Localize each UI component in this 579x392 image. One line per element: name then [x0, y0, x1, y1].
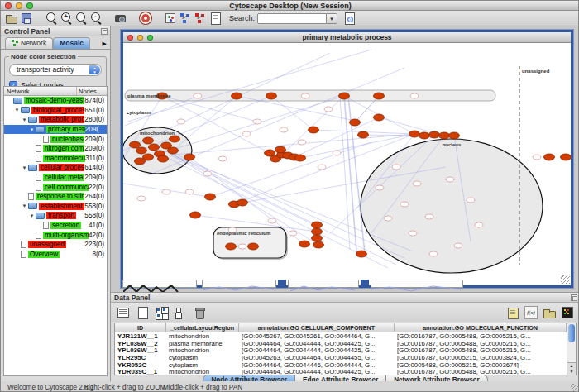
tree-row[interactable]: nucleobase-209(0)	[4, 134, 107, 144]
table-row[interactable]: YLR295Ccytoplasm[GO:0045263, GO:0044464,…	[115, 354, 567, 361]
heatmap-icon[interactable]	[561, 306, 574, 319]
search-options-icon[interactable]	[342, 12, 356, 25]
tree-row[interactable]: nitrogen compo209(0)	[4, 144, 107, 154]
folder-icon	[21, 107, 30, 113]
app-resize-grip[interactable]	[571, 384, 579, 392]
tree-row[interactable]: ▼biological_process651(0)	[4, 106, 107, 116]
network-blue-icon[interactable]	[179, 12, 192, 25]
file-icon	[28, 193, 34, 200]
background-window-fragment	[202, 280, 276, 288]
tree-row[interactable]: macromolecule311(0)	[4, 154, 107, 164]
search-dropdown-arrow[interactable]: ▼	[327, 13, 337, 24]
tree-row[interactable]: secretion41(0)	[4, 221, 107, 231]
search-input[interactable]	[257, 13, 327, 24]
tree-row[interactable]: cell communicat22(0)	[4, 182, 107, 192]
tab-mosaic[interactable]: Mosaic	[53, 37, 90, 49]
file-icon	[36, 145, 41, 152]
tree-row[interactable]: cellular metabo209(0)	[4, 173, 107, 183]
background-window-fragment	[371, 280, 463, 288]
expand-arrow-icon[interactable]: ▼	[21, 117, 28, 122]
table-column-header[interactable]: ID	[115, 323, 166, 332]
tree-node-count: 22(0)	[89, 184, 107, 191]
table-cell: [GO:0005488, GO:0005215, GO:0003674]	[395, 361, 567, 369]
snapshot-camera-icon[interactable]	[114, 12, 127, 25]
table-scrollbar[interactable]: ▲▼	[567, 323, 577, 375]
table-column-header[interactable]: _cellularLayoutRegion	[166, 323, 239, 332]
tree-row[interactable]: multi-organism pro42(0)	[4, 230, 107, 240]
network-canvas[interactable]: plasma membranecytoplasmmitochondrionnuc…	[123, 43, 571, 285]
expand-arrow-icon[interactable]: ▼	[13, 108, 21, 112]
control-panel: Control Panel Network Mosaic ▶ Node colo…	[1, 26, 111, 381]
network-window-titlebar[interactable]: primary metabolic process	[123, 32, 571, 43]
float-panel-icon[interactable]	[101, 28, 108, 35]
scrollbar-thumb[interactable]	[568, 324, 575, 342]
table-cell: [GO:0016787, GO:0005215, GO:0003824, G..…	[395, 354, 567, 361]
vizmapper-icon[interactable]	[164, 12, 177, 25]
tree-row[interactable]: ▼metabolic process280(0)	[4, 115, 107, 125]
tree-col-network[interactable]: Network	[4, 87, 77, 95]
status-bar: Welcome to Cytoscape 2.8.1 Right-click +…	[1, 381, 579, 392]
open-folder-icon[interactable]	[543, 306, 556, 319]
title-bar[interactable]: Cytoscape Desktop (New Session)	[1, 1, 579, 11]
svg-text:endoplasmic reticulum: endoplasmic reticulum	[217, 231, 270, 236]
zoom-out-icon[interactable]	[45, 12, 58, 25]
network-red-icon[interactable]	[194, 12, 207, 25]
table-icon[interactable]	[117, 306, 130, 319]
save-icon[interactable]	[20, 12, 33, 25]
group-legend: Node color selection	[9, 53, 78, 60]
table-row[interactable]: YJR121W__1mitochondrion[GO:0045267, GO:0…	[115, 332, 567, 340]
new-doc-icon[interactable]	[136, 306, 149, 319]
matrix-icon[interactable]	[174, 306, 187, 319]
network-graph[interactable]: plasma membranecytoplasmmitochondrionnuc…	[123, 43, 571, 285]
expand-arrow-icon[interactable]: ▼	[28, 127, 36, 132]
select-matrix-icon[interactable]	[155, 306, 168, 319]
table-cell: [GO:0016787, GO:0005488, GO:0005215, G..…	[395, 340, 567, 347]
tree-node-label: transport	[46, 212, 76, 219]
open-file-icon[interactable]	[5, 12, 18, 25]
table-cell: cytoplasm	[166, 361, 239, 369]
table-row[interactable]: YPL036W__1mitochondrion[GO:0044464, GO:0…	[115, 347, 567, 354]
zoom-in-icon[interactable]	[60, 12, 73, 25]
table-cell: plasma membrane	[166, 340, 239, 347]
trash-icon[interactable]	[193, 306, 206, 319]
table-column-header[interactable]: annotation.GO MOLECULAR_FUNCTION	[395, 323, 567, 332]
filter-page-icon[interactable]	[208, 12, 222, 25]
svg-text:unassigned: unassigned	[522, 69, 550, 74]
control-panel-title: Control Panel	[4, 27, 50, 36]
folder-icon	[36, 213, 45, 219]
table-column-header[interactable]: annotation.GO CELLULAR_COMPONENT	[239, 323, 395, 332]
notepad-icon[interactable]	[506, 306, 519, 319]
table-row[interactable]: YKR052Ccytoplasm[GO:0044464, GO:0044446,…	[115, 361, 567, 369]
more-tabs-arrow-icon[interactable]: ▶	[103, 41, 108, 49]
tree-node-count: 209(...	[85, 126, 107, 133]
network-view-window[interactable]: primary metabolic process plasma membran…	[121, 30, 573, 288]
data-panel-left-icons	[116, 306, 207, 319]
search-label: Search:	[229, 14, 255, 22]
tree-row[interactable]: mosaic-demo-yeast874(0)	[4, 96, 107, 106]
window-resize-grip[interactable]	[561, 275, 570, 284]
tree-node-count: 558(0)	[84, 212, 107, 219]
zoom-region-icon[interactable]	[89, 12, 103, 25]
tree-row[interactable]: ▼cellular process614(0)	[4, 163, 107, 173]
tree-row[interactable]: unassigned223(0)	[4, 240, 107, 250]
node-color-select[interactable]: transporter activity	[9, 64, 102, 76]
float-panel-icon[interactable]	[571, 294, 577, 301]
expand-arrow-icon[interactable]: ▼	[21, 203, 28, 208]
table-row[interactable]: YPL036W__2plasma membrane[GO:0044464, GO…	[115, 340, 567, 347]
expand-arrow-icon[interactable]: ▼	[28, 213, 36, 218]
tab-network[interactable]: Network	[5, 37, 53, 49]
help-lifesaver-icon[interactable]	[139, 12, 152, 25]
formula-fx-icon[interactable]: f(x)	[524, 306, 538, 319]
tree-col-nodes[interactable]: Nodes	[77, 87, 107, 95]
tree-row[interactable]: response to stimulu264(0)	[4, 192, 107, 202]
table-cell: YPL036W__1	[115, 347, 166, 354]
table-cell: mitochondrion	[166, 347, 239, 354]
tree-row[interactable]: ▼establishment of lo558(0)	[4, 202, 107, 212]
scrollbar-arrows[interactable]: ▲▼	[567, 362, 576, 375]
tree-row[interactable]: ▼primary metabo209(...	[4, 125, 107, 135]
tree-row[interactable]: Overview8(0)	[4, 250, 107, 260]
zoom-fit-icon[interactable]	[74, 12, 88, 25]
tree-row[interactable]: ▼transport558(0)	[4, 211, 107, 221]
expand-arrow-icon[interactable]: ▼	[21, 165, 28, 170]
network-tree: mosaic-demo-yeast874(0)▼biological_proce…	[4, 96, 107, 259]
